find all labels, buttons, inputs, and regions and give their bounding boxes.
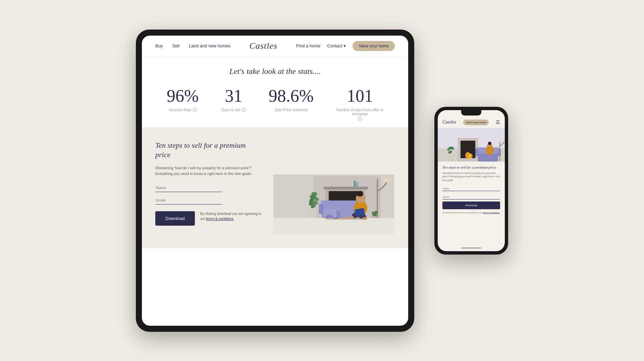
phone-notch (461, 110, 481, 116)
phone-guide-desc: Wondering 'how do I sell my property for… (442, 172, 500, 182)
phone-home-indicator (461, 247, 481, 249)
svg-rect-10 (324, 187, 368, 189)
stat-days-to-sell: 31 Days to sell i (221, 86, 246, 112)
tablet-navbar: Buy Sell Land and new homes Castles Find… (142, 36, 408, 57)
phone-value-button[interactable]: Value your home (463, 120, 489, 125)
guide-terms: By clicking download you are agreeing to… (200, 211, 263, 221)
download-button[interactable]: Download (155, 211, 195, 226)
tablet-device: Buy Sell Land and new homes Castles Find… (136, 30, 414, 332)
stats-row: 96% Success Rate i 31 Days to sell i 98.… (155, 86, 395, 121)
nav-left-links: Buy Sell Land and new homes (155, 43, 230, 48)
nav-right-links: Find a home Contact ▾ Value your home (296, 41, 395, 51)
svg-rect-11 (354, 181, 356, 187)
phone-guide-section: Ten steps to sell for a premium price Wo… (438, 162, 505, 218)
svg-point-59 (486, 146, 494, 155)
phone-illustration (438, 128, 505, 162)
guide-content: Ten steps to sell for a premium price Wo… (155, 141, 263, 226)
phone-terms-link[interactable]: terms & conditions (483, 212, 499, 214)
phone-guide-title: Ten steps to sell for a premium price (442, 165, 500, 170)
stat-days-label: Days to sell i (221, 108, 246, 112)
svg-point-58 (488, 142, 491, 145)
phone-email-input[interactable] (442, 195, 500, 199)
info-icon-days[interactable]: i (242, 108, 246, 112)
guide-form (155, 184, 263, 205)
nav-land[interactable]: Land and new homes (189, 43, 230, 48)
nav-contact-dropdown[interactable]: Contact ▾ (327, 43, 346, 48)
svg-point-14 (383, 177, 391, 183)
tablet-logo: Castles (249, 41, 277, 51)
svg-point-33 (357, 193, 361, 196)
svg-point-37 (362, 217, 367, 220)
stat-offer-label: Number of days from offer to exchange i (336, 108, 383, 121)
stat-success-rate-value: 96% (167, 86, 199, 106)
phone-screen: Castles Value your home ☰ (438, 110, 505, 251)
phone-terms: By clicking download you are agreeing to… (442, 211, 500, 214)
phone-room-illustration (438, 128, 505, 162)
guide-section: Ten steps to sell for a premium price Wo… (142, 127, 408, 248)
stats-section: Let's take look at the stats.... 96% Suc… (142, 57, 408, 127)
stat-offer-value: 101 (347, 86, 373, 106)
guide-title: Ten steps to sell for a premium price (155, 141, 263, 160)
chevron-down-icon: ▾ (343, 43, 346, 48)
nav-sell[interactable]: Sell (172, 43, 179, 48)
value-your-home-button[interactable]: Value your home (353, 41, 395, 51)
svg-rect-26 (319, 204, 324, 214)
svg-point-42 (374, 211, 378, 214)
phone-download-button[interactable]: Download (442, 201, 500, 209)
tablet-screen: Buy Sell Land and new homes Castles Find… (142, 36, 408, 326)
guide-cta-row: Download By clicking download you are ag… (155, 211, 263, 226)
room-illustration (273, 147, 394, 235)
guide-illustration (273, 141, 395, 235)
svg-point-36 (348, 216, 354, 219)
nav-find-home[interactable]: Find a home (296, 43, 320, 48)
phone-name-input[interactable] (442, 186, 500, 191)
svg-rect-12 (357, 182, 358, 187)
stat-success-rate: 96% Success Rate i (167, 86, 199, 112)
terms-link[interactable]: terms & conditions (206, 217, 233, 221)
stat-sale-price-value: 98.6% (269, 86, 314, 106)
phone-device: Castles Value your home ☰ (434, 107, 508, 255)
name-input[interactable] (155, 184, 222, 192)
hamburger-icon[interactable]: ☰ (496, 120, 500, 125)
svg-rect-55 (475, 149, 478, 156)
stat-sale-price-label: Sale Price Achieved (275, 108, 308, 112)
stat-sale-price: 98.6% Sale Price Achieved (269, 86, 314, 112)
stat-days-value: 31 (225, 86, 243, 106)
svg-rect-0 (273, 218, 394, 235)
guide-description: Wondering 'how do I sell my property for… (155, 165, 263, 177)
info-icon-offer[interactable]: i (358, 117, 362, 121)
nav-buy[interactable]: Buy (155, 43, 163, 48)
stat-success-rate-label: Success Rate i (169, 108, 197, 112)
email-input[interactable] (155, 196, 222, 205)
info-icon-success[interactable]: i (193, 108, 197, 112)
stats-heading: Let's take look at the stats.... (155, 67, 395, 76)
stat-offer-to-exchange: 101 Number of days from offer to exchang… (336, 86, 383, 121)
phone-logo: Castles (442, 120, 456, 125)
svg-point-48 (469, 153, 473, 159)
